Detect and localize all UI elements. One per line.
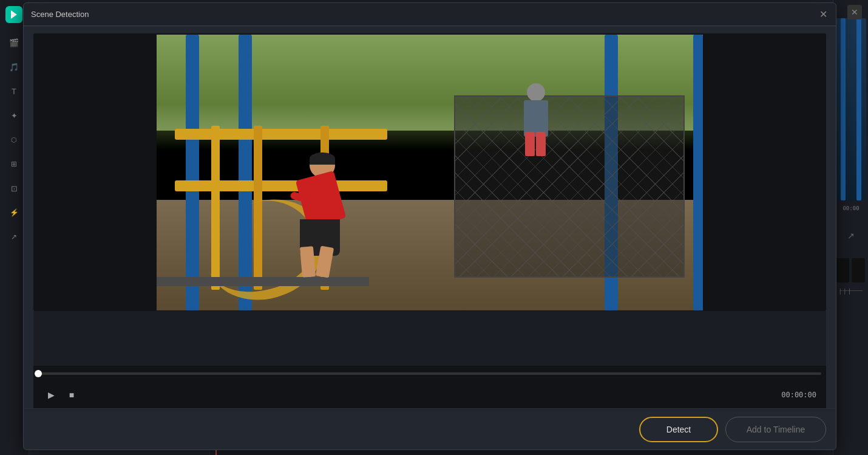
sidebar-item-share[interactable]: ↗: [2, 226, 25, 248]
progress-thumb[interactable]: [35, 370, 42, 377]
playback-controls-bar: ▶ ■ 00:00:00: [33, 381, 826, 408]
person-body: [524, 100, 548, 137]
share-icon: ↗: [11, 233, 17, 241]
dialog-title: Scene Detection: [31, 10, 89, 19]
person-leg-r: [536, 132, 546, 156]
video-scene: [157, 35, 703, 310]
fence-area: [454, 95, 685, 278]
scenes-strip: [33, 311, 826, 366]
right-timestamp: 00:00: [833, 205, 868, 211]
app-close-button[interactable]: ✕: [847, 5, 862, 19]
dialog-footer: Detect Add to Timeline: [24, 408, 836, 450]
sidebar-item-speed[interactable]: ⚡: [2, 202, 25, 224]
sidebar-item-filters[interactable]: ⊞: [2, 153, 25, 175]
scale-icon[interactable]: ↗: [847, 231, 855, 241]
text-icon: T: [12, 87, 16, 96]
child-hair: [310, 152, 335, 165]
platform-deck: [157, 277, 369, 286]
playback-controls: ▶ ■: [38, 387, 84, 403]
right-preview-pole1: [841, 18, 846, 200]
person-head: [527, 83, 545, 101]
audio-icon: 🎵: [9, 63, 19, 72]
sidebar-item-text[interactable]: T: [2, 80, 25, 102]
add-to-timeline-button[interactable]: Add to Timeline: [725, 417, 826, 442]
sidebar-item-crop[interactable]: ⊡: [2, 177, 25, 199]
person-leg-l: [525, 132, 535, 156]
transitions-icon: ⬡: [11, 136, 17, 144]
yellow-bar-h1: [175, 129, 387, 140]
person-upper: [518, 83, 551, 156]
progress-bar[interactable]: [38, 372, 821, 375]
video-preview-container: [33, 33, 826, 311]
scene-detection-dialog: Scene Detection ✕: [23, 2, 836, 450]
sidebar-item-media[interactable]: 🎬: [2, 32, 25, 53]
sidebar-item-audio[interactable]: 🎵: [2, 56, 25, 78]
filters-icon: ⊞: [11, 160, 17, 168]
sidebar-item-effects[interactable]: ✦: [2, 104, 25, 126]
sidebar-item-transitions[interactable]: ⬡: [2, 129, 25, 151]
right-preview-panel: [836, 18, 866, 200]
right-panel: 00:00 ↗ | | |: [833, 0, 868, 455]
dialog-body: ▶ ■ 00:00:00: [24, 26, 836, 408]
speed-icon: ⚡: [10, 208, 19, 217]
right-preview-pole2: [856, 18, 861, 200]
pole-blue-far-right: [693, 35, 703, 310]
child-leg-left: [300, 246, 316, 278]
app-logo: [5, 6, 22, 23]
right-box-2: [852, 258, 865, 282]
fence-grid: [455, 97, 683, 276]
dialog-titlebar: Scene Detection ✕: [24, 3, 836, 26]
play-button[interactable]: ▶: [43, 387, 59, 403]
media-icon: 🎬: [9, 38, 19, 47]
child-figure: [290, 149, 357, 277]
stop-button[interactable]: ■: [64, 387, 80, 403]
right-box-1: [836, 258, 849, 282]
pole-blue-left: [186, 35, 199, 310]
right-dividers: | | |: [839, 290, 863, 292]
crop-icon: ⊡: [11, 184, 18, 193]
effects-icon: ✦: [11, 111, 18, 120]
timecode-display: 00:00:00: [781, 391, 821, 399]
video-frame: [157, 35, 703, 310]
progress-row: [33, 366, 826, 381]
detect-button[interactable]: Detect: [639, 417, 718, 442]
svg-marker-0: [11, 10, 17, 19]
dialog-close-button[interactable]: ✕: [816, 8, 830, 21]
